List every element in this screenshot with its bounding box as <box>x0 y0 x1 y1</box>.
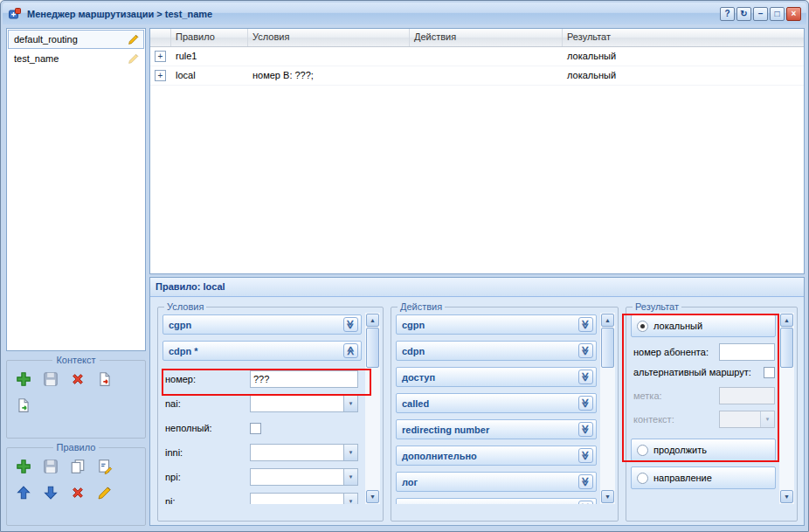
scroll-track[interactable] <box>366 369 379 490</box>
section-cgpn-label: cgpn <box>169 320 191 330</box>
actions-scrollbar[interactable]: ▲ ▼ <box>600 313 615 504</box>
plus-icon <box>16 459 31 474</box>
incomplete-checkbox[interactable] <box>250 423 261 434</box>
subscriber-number-input[interactable] <box>719 343 775 361</box>
expand-section-button[interactable]: ≫ <box>578 343 593 358</box>
section-label: дополнительно <box>402 451 477 461</box>
nai-combobox[interactable]: ▼ <box>250 395 358 412</box>
save-disk-icon <box>43 371 59 387</box>
refresh-button[interactable]: ↻ <box>736 7 751 21</box>
column-result[interactable]: Результат <box>563 29 804 46</box>
expand-section-button[interactable]: ≫ <box>578 501 593 504</box>
scroll-down-button[interactable]: ▼ <box>601 490 614 503</box>
section-actions-access[interactable]: доступ ≫ <box>396 367 597 387</box>
maximize-button[interactable]: □ <box>770 7 785 21</box>
grid-row-local[interactable]: + local номер B: ???; локальный <box>150 66 804 86</box>
expand-section-button[interactable]: ≫ <box>578 422 593 437</box>
section-actions-called[interactable]: called ≫ <box>396 393 597 413</box>
ni-combobox[interactable]: ▼ <box>250 493 358 504</box>
radio-continue[interactable] <box>637 445 648 456</box>
import-context-button[interactable] <box>13 395 34 416</box>
radio-direction[interactable] <box>637 473 648 484</box>
save-context-button[interactable] <box>40 369 61 390</box>
combo-arrow-icon[interactable]: ▼ <box>343 445 357 460</box>
scroll-up-button[interactable]: ▲ <box>780 314 793 327</box>
result-scrollbar[interactable]: ▲ ▼ <box>779 313 794 504</box>
scroll-up-button[interactable]: ▲ <box>366 314 379 327</box>
column-conditions[interactable]: Условия <box>248 29 410 46</box>
nai-combo-input[interactable] <box>250 395 358 412</box>
scroll-thumb[interactable] <box>366 328 379 368</box>
add-context-button[interactable] <box>13 369 34 390</box>
close-button[interactable]: × <box>786 7 801 21</box>
move-rule-up-button[interactable] <box>13 482 34 503</box>
routing-manager-window: Менеджер маршрутизации > test_name ? ↻ –… <box>0 0 809 532</box>
edit-pencil-icon[interactable] <box>128 33 140 45</box>
ni-combo-input[interactable] <box>250 493 358 504</box>
npi-combo-input[interactable] <box>250 468 358 486</box>
scroll-thumb[interactable] <box>780 328 793 368</box>
cell-conditions: номер B: ???; <box>248 66 410 85</box>
save-rule-button[interactable] <box>40 456 61 477</box>
chevron-double-down-icon: ≫ <box>580 477 591 486</box>
result-option-direction[interactable]: направление <box>631 466 776 489</box>
expand-section-button[interactable]: ≫ <box>578 317 593 332</box>
expand-section-button[interactable]: ≫ <box>578 396 593 411</box>
edit-rule-button[interactable] <box>94 482 115 503</box>
scroll-thumb[interactable] <box>601 328 614 368</box>
minimize-button[interactable]: – <box>753 7 768 21</box>
radio-direction-label: направление <box>653 473 712 483</box>
scroll-down-button[interactable]: ▼ <box>780 490 793 503</box>
section-actions-edit[interactable]: правка ≫ <box>396 498 597 504</box>
copy-rule-button[interactable] <box>67 456 88 477</box>
context-label: контекст: <box>632 414 719 425</box>
chevron-double-down-icon: ≫ <box>580 346 591 355</box>
collapse-section-button[interactable]: ≫ <box>343 343 358 358</box>
expand-row-icon[interactable]: + <box>155 70 166 81</box>
titlebar[interactable]: Менеджер маршрутизации > test_name ? ↻ –… <box>3 3 806 24</box>
result-fieldset: Результат локальный номер абонента: альт… <box>626 301 798 522</box>
section-cgpn[interactable]: cgpn ≫ <box>162 314 362 335</box>
result-option-continue[interactable]: продолжить <box>631 439 776 461</box>
scroll-up-button[interactable]: ▲ <box>601 314 614 327</box>
section-actions-cdpn[interactable]: cdpn ≫ <box>396 341 597 361</box>
expand-section-button[interactable]: ≫ <box>578 370 593 384</box>
section-cdpn[interactable]: cdpn * ≫ <box>162 341 362 361</box>
alt-route-checkbox[interactable] <box>764 367 775 378</box>
expand-row-icon[interactable]: + <box>155 51 166 62</box>
column-rule[interactable]: Правило <box>171 29 248 46</box>
number-input[interactable] <box>250 370 358 388</box>
rule-detail-panel: Правило: local Условия cgpn ≫ cdpn * ≫ <box>149 277 805 526</box>
section-actions-additional[interactable]: дополнительно ≫ <box>396 446 597 466</box>
combo-arrow-icon[interactable]: ▼ <box>343 396 357 411</box>
result-option-local[interactable]: локальный <box>631 314 776 337</box>
context-item-test-name[interactable]: test_name <box>8 49 144 68</box>
delete-context-button[interactable] <box>67 369 88 390</box>
rename-rule-button[interactable] <box>94 456 115 477</box>
section-actions-redirecting-number[interactable]: redirecting number ≫ <box>396 419 597 439</box>
inni-combo-input[interactable] <box>250 444 358 461</box>
label-label: метка: <box>632 390 719 402</box>
combo-arrow-icon[interactable]: ▼ <box>343 494 357 504</box>
move-rule-down-button[interactable] <box>40 482 61 503</box>
conditions-scrollbar[interactable]: ▲ ▼ <box>365 313 380 504</box>
grid-row-rule1[interactable]: + rule1 локальный <box>150 47 804 66</box>
expand-section-button[interactable]: ≫ <box>578 448 593 463</box>
section-actions-log[interactable]: лог ≫ <box>396 472 597 492</box>
column-actions[interactable]: Действия <box>410 29 563 46</box>
context-item-default-routing[interactable]: default_routing <box>8 30 144 49</box>
radio-local[interactable] <box>637 321 648 332</box>
add-rule-button[interactable] <box>13 456 34 477</box>
expand-section-button[interactable]: ≫ <box>578 474 593 489</box>
expand-section-button[interactable]: ≫ <box>343 317 358 332</box>
inni-combobox[interactable]: ▼ <box>250 444 358 461</box>
scroll-down-button[interactable]: ▼ <box>366 490 379 503</box>
export-context-button[interactable] <box>94 369 115 390</box>
scroll-track[interactable] <box>601 369 614 490</box>
help-button[interactable]: ? <box>720 7 735 21</box>
section-actions-cgpn[interactable]: cgpn ≫ <box>396 314 597 335</box>
combo-arrow-icon[interactable]: ▼ <box>343 469 357 485</box>
delete-rule-button[interactable] <box>67 482 88 503</box>
npi-combobox[interactable]: ▼ <box>250 468 358 486</box>
scroll-track[interactable] <box>780 369 793 490</box>
